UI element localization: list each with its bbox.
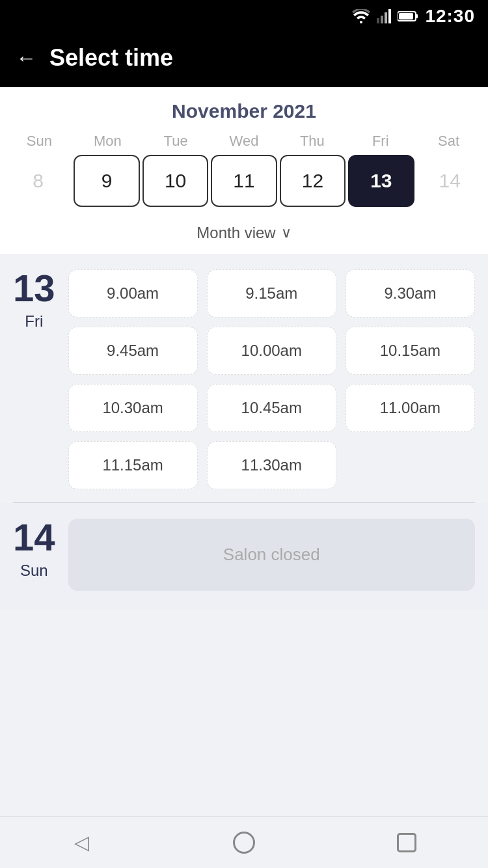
day-headers-row: Sun Mon Tue Wed Thu Fri Sat: [0, 133, 488, 150]
back-button[interactable]: ←: [16, 47, 36, 68]
back-nav-icon: [74, 831, 89, 854]
day-header-wed: Wed: [210, 133, 278, 150]
time-slot-900am[interactable]: 9.00am: [68, 269, 198, 318]
chevron-down-icon: ∨: [281, 224, 291, 241]
signal-icon: [377, 9, 391, 23]
day-header-sat: Sat: [414, 133, 483, 150]
day-header-tue: Tue: [142, 133, 210, 150]
time-slots-grid: 9.00am 9.15am 9.30am 9.45am 10.00am 10.1…: [68, 269, 475, 489]
svg-rect-5: [416, 14, 418, 18]
month-year-label: November 2021: [0, 100, 488, 122]
header: ← Select time: [0, 33, 488, 87]
status-bar: 12:30: [0, 0, 488, 33]
page-title: Select time: [49, 44, 173, 72]
day-9[interactable]: 9: [74, 155, 139, 207]
battery-icon: [398, 10, 418, 22]
svg-rect-2: [385, 12, 387, 23]
day-13-section: 13 Fri 9.00am 9.15am 9.30am 9.45am 10.00…: [0, 254, 488, 502]
time-slot-1045am[interactable]: 10.45am: [207, 384, 336, 432]
month-view-toggle[interactable]: Month view ∨: [0, 215, 488, 254]
day-14[interactable]: 14: [417, 155, 483, 207]
time-slot-930am[interactable]: 9.30am: [346, 269, 475, 318]
salon-closed-text: Salon closed: [223, 545, 320, 564]
nav-recents-button[interactable]: [387, 823, 426, 862]
day-11[interactable]: 11: [211, 155, 277, 207]
date-label-14: 14 Sun: [13, 519, 55, 591]
day-8[interactable]: 8: [5, 155, 71, 207]
month-view-label: Month view: [197, 224, 275, 242]
date-label-13: 13 Fri: [13, 269, 55, 489]
date-weekday-14: Sun: [20, 562, 48, 580]
svg-rect-0: [377, 18, 379, 23]
day-header-sun: Sun: [5, 133, 74, 150]
bottom-spacer: [0, 609, 488, 661]
date-weekday-13: Fri: [25, 312, 43, 331]
time-slot-1030am[interactable]: 10.30am: [68, 384, 198, 432]
svg-rect-1: [381, 16, 383, 23]
day-12[interactable]: 12: [280, 155, 346, 207]
time-slots-container: 9.00am 9.15am 9.30am 9.45am 10.00am 10.1…: [68, 269, 475, 489]
home-nav-icon: [233, 832, 255, 854]
calendar-section: November 2021 Sun Mon Tue Wed Thu Fri Sa…: [0, 87, 488, 254]
date-number-14: 14: [13, 519, 55, 556]
day-header-thu: Thu: [278, 133, 346, 150]
time-slot-915am[interactable]: 9.15am: [207, 269, 336, 318]
day-header-fri: Fri: [346, 133, 414, 150]
svg-rect-6: [399, 13, 413, 20]
salon-closed-box: Salon closed: [68, 519, 475, 591]
nav-home-button[interactable]: [224, 823, 264, 862]
date-number-13: 13: [13, 269, 55, 307]
day-13[interactable]: 13: [348, 155, 414, 207]
time-slot-945am[interactable]: 9.45am: [68, 327, 198, 375]
day-10[interactable]: 10: [142, 155, 208, 207]
nav-back-button[interactable]: [62, 823, 101, 862]
time-slot-1015am[interactable]: 10.15am: [346, 327, 475, 375]
wifi-icon: [352, 9, 370, 23]
day-14-section: 14 Sun Salon closed: [0, 503, 488, 609]
time-slot-1100am[interactable]: 11.00am: [346, 384, 475, 432]
recents-nav-icon: [397, 833, 416, 852]
week-row: 8 9 10 11 12 13 14: [0, 155, 488, 215]
time-slot-1115am[interactable]: 11.15am: [68, 441, 198, 489]
time-slot-1000am[interactable]: 10.00am: [207, 327, 336, 375]
bottom-nav: [0, 816, 488, 868]
status-time: 12:30: [425, 6, 475, 27]
day-header-mon: Mon: [74, 133, 142, 150]
status-icons: 12:30: [352, 6, 475, 27]
time-slot-1130am[interactable]: 11.30am: [207, 441, 336, 489]
svg-rect-3: [388, 9, 391, 23]
